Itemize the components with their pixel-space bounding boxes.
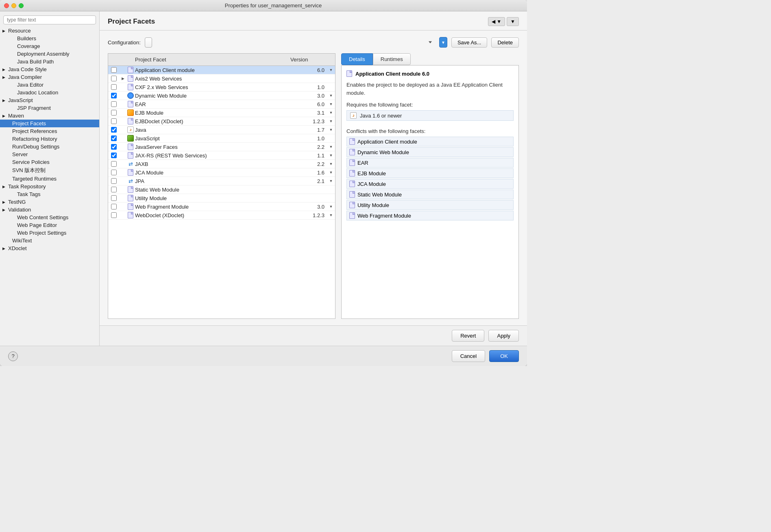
sidebar-item-validation[interactable]: ▶Validation	[0, 206, 99, 214]
facet-checkbox-jaxb[interactable]	[111, 161, 117, 167]
facet-version-app-client: 6.0	[303, 67, 327, 73]
content-body: Configuration: ▼ Save As... Delete	[100, 31, 527, 325]
conflict-icon	[349, 159, 355, 166]
apply-button[interactable]: Apply	[488, 330, 519, 342]
sidebar-item-java-build-path[interactable]: Java Build Path	[0, 58, 99, 65]
sidebar-label-builders: Builders	[17, 35, 36, 41]
details-content: Application Client module 6.0 Enables th…	[341, 65, 519, 319]
sidebar-item-web-project-settings[interactable]: Web Project Settings	[0, 229, 99, 237]
facet-icon-doc	[128, 144, 133, 150]
sidebar-item-deployment-assembly[interactable]: Deployment Assembly	[0, 50, 99, 58]
sidebar-item-web-page-editor[interactable]: Web Page Editor	[0, 221, 99, 229]
facet-row-jsf[interactable]: JavaServer Faces 2.2 ▼	[108, 143, 335, 151]
facet-row-jaxb[interactable]: ⇄ JAXB 2.2 ▼	[108, 160, 335, 168]
sidebar-item-web-content-settings[interactable]: Web Content Settings	[0, 214, 99, 221]
expand-arrow-task-repository: ▶	[2, 185, 7, 189]
facet-checkbox-utility[interactable]	[111, 195, 117, 201]
facet-checkbox-axis2[interactable]	[111, 76, 117, 81]
facet-row-ejb[interactable]: EJB Module 3.1 ▼	[108, 109, 335, 117]
forward-nav-button[interactable]: ▼	[507, 17, 519, 26]
facet-row-jca[interactable]: JCA Module 1.6 ▼	[108, 168, 335, 177]
facet-row-ear[interactable]: EAR 6.0 ▼	[108, 100, 335, 109]
back-nav-button[interactable]: ◀ ▼	[488, 17, 505, 26]
facet-row-java[interactable]: J Java 1.7 ▼	[108, 126, 335, 134]
ok-button[interactable]: OK	[489, 350, 519, 362]
facet-checkbox-jsf[interactable]	[111, 144, 117, 150]
facet-icon-doc	[128, 212, 133, 218]
facet-row-jaxrs[interactable]: JAX-RS (REST Web Services) 1.1 ▼	[108, 151, 335, 160]
sidebar-item-java-compiler[interactable]: ▶Java Compiler	[0, 73, 99, 81]
facet-row-axis2[interactable]: ▶ Axis2 Web Services	[108, 74, 335, 83]
cancel-button[interactable]: Cancel	[452, 350, 485, 362]
facet-checkbox-jaxrs[interactable]	[111, 153, 117, 158]
sidebar-item-maven[interactable]: ▶Maven	[0, 112, 99, 120]
facet-checkbox-ejb[interactable]	[111, 110, 117, 116]
facet-checkbox-web-fragment[interactable]	[111, 204, 117, 209]
facet-checkbox-jca[interactable]	[111, 170, 117, 175]
configuration-select[interactable]	[145, 37, 152, 48]
facet-checkbox-dynamic-web[interactable]	[111, 93, 117, 98]
sidebar-item-jsp-fragment[interactable]: JSP Fragment	[0, 104, 99, 112]
details-description: Enables the project to be deployed as a …	[346, 81, 514, 97]
sidebar-item-xdoclet[interactable]: ▶XDoclet	[0, 244, 99, 252]
sidebar-item-javadoc-location[interactable]: Javadoc Location	[0, 89, 99, 96]
facet-icon-js	[127, 135, 134, 142]
facet-checkbox-jpa[interactable]	[111, 178, 117, 184]
facet-row-webdoclet[interactable]: WebDoclet (XDoclet) 1.2.3 ▼	[108, 211, 335, 220]
minimize-button[interactable]	[11, 3, 16, 8]
tab-runtimes[interactable]: Runtimes	[373, 53, 411, 65]
sidebar-item-service-policies[interactable]: Service Policies	[0, 158, 99, 166]
facet-row-web-fragment[interactable]: Web Fragment Module 3.0 ▼	[108, 203, 335, 211]
facet-checkbox-javascript[interactable]	[111, 135, 117, 141]
sidebar-item-java-code-style[interactable]: ▶Java Code Style	[0, 65, 99, 73]
facet-checkbox-webdoclet[interactable]	[111, 212, 117, 218]
details-facet-header: Application Client module 6.0	[346, 70, 514, 77]
facet-row-cxf[interactable]: CXF 2.x Web Services 1.0	[108, 83, 335, 92]
facet-row-app-client[interactable]: Application Client module 6.0 ▼	[108, 66, 335, 74]
config-dropdown-button[interactable]: ▼	[439, 37, 447, 48]
filter-input[interactable]	[3, 15, 96, 24]
facet-row-dynamic-web[interactable]: Dynamic Web Module 3.0 ▼	[108, 92, 335, 100]
facet-icon-doc	[128, 118, 133, 124]
sidebar-item-javascript[interactable]: ▶JavaScript	[0, 96, 99, 104]
sidebar-item-project-facets[interactable]: Project Facets	[0, 120, 99, 127]
facet-version-web-fragment: 3.0	[303, 204, 327, 210]
sidebar-item-builders[interactable]: Builders	[0, 35, 99, 42]
revert-button[interactable]: Revert	[452, 330, 484, 342]
sidebar-item-coverage[interactable]: Coverage	[0, 42, 99, 50]
help-button[interactable]: ?	[8, 351, 18, 361]
main-window: Properties for user_management_service ▶…	[0, 0, 527, 366]
col-header-name: Project Facet	[135, 56, 290, 63]
facet-checkbox-cxf[interactable]	[111, 84, 117, 90]
maximize-button[interactable]	[19, 3, 24, 8]
save-as-button[interactable]: Save As...	[451, 37, 488, 48]
sidebar-item-targeted-runtimes[interactable]: Targeted Runtimes	[0, 175, 99, 183]
facet-checkbox-java[interactable]	[111, 127, 117, 133]
facet-row-utility[interactable]: Utility Module	[108, 194, 335, 203]
sidebar-label-deployment-assembly: Deployment Assembly	[17, 51, 70, 57]
sidebar-item-refactoring-history[interactable]: Refactoring History	[0, 135, 99, 143]
facet-row-jpa[interactable]: ⇄ JPA 2.1 ▼	[108, 177, 335, 185]
tab-details[interactable]: Details	[341, 53, 373, 65]
facet-checkbox-ear[interactable]	[111, 101, 117, 107]
close-button[interactable]	[4, 3, 9, 8]
facet-row-static-web[interactable]: Static Web Module	[108, 185, 335, 194]
delete-button[interactable]: Delete	[491, 37, 519, 48]
sidebar-item-svn-version-control[interactable]: SVN 版本控制	[0, 166, 99, 175]
facet-row-ejbdoclet[interactable]: EJBDoclet (XDoclet) 1.2.3 ▼	[108, 117, 335, 126]
facet-panel: Project Facet Version Application Client…	[108, 53, 335, 319]
sidebar-item-wikitext[interactable]: WikiText	[0, 237, 99, 244]
sidebar-item-task-tags[interactable]: Task Tags	[0, 190, 99, 198]
facet-checkbox-static-web[interactable]	[111, 187, 117, 192]
sidebar-item-resource[interactable]: ▶Resource	[0, 27, 99, 35]
sidebar-item-project-references[interactable]: Project References	[0, 127, 99, 135]
sidebar-item-server[interactable]: Server	[0, 150, 99, 158]
sidebar-item-java-editor[interactable]: Java Editor	[0, 81, 99, 89]
facet-row-javascript[interactable]: JavaScript 1.0	[108, 134, 335, 143]
sidebar-label-task-tags: Task Tags	[17, 191, 41, 197]
facet-checkbox-ejbdoclet[interactable]	[111, 118, 117, 124]
sidebar-item-testng[interactable]: ▶TestNG	[0, 198, 99, 206]
sidebar-item-task-repository[interactable]: ▶Task Repository	[0, 183, 99, 190]
facet-checkbox-app-client[interactable]	[111, 67, 117, 73]
sidebar-item-run-debug-settings[interactable]: Run/Debug Settings	[0, 143, 99, 150]
